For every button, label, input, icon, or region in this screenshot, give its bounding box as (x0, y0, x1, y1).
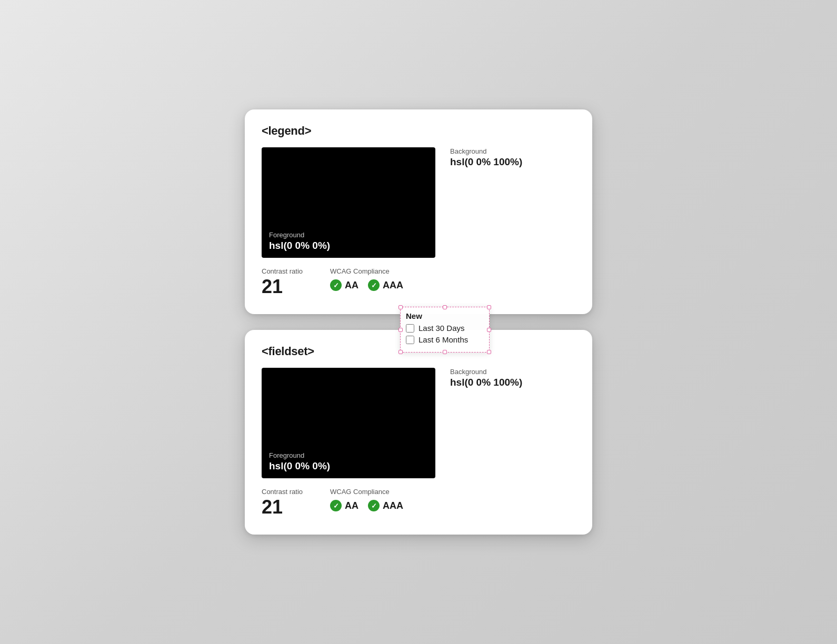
handle-br (487, 350, 491, 354)
legend-wcag-aaa-badge: AAA (368, 279, 403, 291)
legend-contrast-section: Contrast ratio 21 (262, 267, 330, 297)
overlay-item-2-label: Last 6 Months (418, 335, 468, 344)
legend-wcag-section: WCAG Compliance AA AAA (330, 267, 403, 291)
fieldset-bg-value: hsl(0 0% 100%) (450, 377, 522, 388)
fieldset-wcag-label: WCAG Compliance (330, 488, 403, 496)
fieldset-card: <fieldset> Foreground hsl(0 0% 0%) Backg… (245, 330, 592, 535)
fieldset-fg-overlay: Foreground hsl(0 0% 0%) (269, 451, 330, 472)
overlay-legend-label: New (406, 311, 482, 320)
fieldset-contrast-value: 21 (262, 497, 330, 518)
handle-bl (398, 350, 403, 354)
fieldset-card-preview-row: Foreground hsl(0 0% 0%) Background hsl(0… (262, 368, 575, 478)
legend-card: <legend> Foreground hsl(0 0% 0%) Backgro… (245, 109, 592, 314)
fieldset-bg-section: Background hsl(0 0% 100%) (435, 368, 522, 394)
fieldset-aaa-check-icon (368, 500, 380, 511)
fieldset-aa-label: AA (345, 500, 358, 511)
handle-mr (487, 328, 491, 332)
legend-wcag-badges: AA AAA (330, 279, 403, 291)
legend-fg-overlay: Foreground hsl(0 0% 0%) (269, 231, 330, 251)
legend-card-title: <legend> (262, 124, 575, 138)
legend-contrast-label: Contrast ratio (262, 267, 330, 275)
fieldset-wcag-aaa-badge: AAA (368, 500, 403, 511)
fieldset-contrast-label: Contrast ratio (262, 488, 330, 496)
fieldset-bg-label: Background (450, 368, 522, 376)
legend-card-preview-row: Foreground hsl(0 0% 0%) Background hsl(0… (262, 147, 575, 258)
overlay-item-2[interactable]: Last 6 Months (406, 335, 482, 344)
legend-aa-check-icon (330, 279, 342, 291)
fieldset-contrast-section: Contrast ratio 21 (262, 488, 330, 518)
legend-aa-label: AA (345, 280, 358, 291)
legend-wcag-aa-badge: AA (330, 279, 358, 291)
fieldset-wcag-section: WCAG Compliance AA AAA (330, 488, 403, 511)
overlay-checkbox-1[interactable] (406, 324, 414, 333)
legend-bg-section: Background hsl(0 0% 100%) (435, 147, 522, 173)
legend-preview-section: Foreground hsl(0 0% 0%) (262, 147, 435, 258)
legend-metrics-row: Contrast ratio 21 WCAG Compliance AA AAA (262, 267, 575, 297)
fieldset-metrics-row: Contrast ratio 21 WCAG Compliance AA AAA (262, 488, 575, 518)
legend-fg-label: Foreground (269, 231, 330, 239)
legend-wcag-label: WCAG Compliance (330, 267, 403, 275)
floating-overlay: New Last 30 Days Last 6 Months (400, 307, 490, 353)
fieldset-wcag-badges: AA AAA (330, 500, 403, 511)
overlay-item-1-label: Last 30 Days (418, 324, 465, 333)
fieldset-preview-section: Foreground hsl(0 0% 0%) (262, 368, 435, 478)
handle-tm (443, 305, 447, 309)
fieldset-wcag-aa-badge: AA (330, 500, 358, 511)
legend-bg-value: hsl(0 0% 100%) (450, 156, 522, 168)
legend-aaa-label: AAA (383, 280, 403, 291)
handle-tl (398, 305, 403, 309)
handle-tr (487, 305, 491, 309)
legend-bg-label: Background (450, 147, 522, 155)
fieldset-aaa-label: AAA (383, 500, 403, 511)
handle-bm (443, 350, 447, 354)
fieldset-fg-label: Foreground (269, 451, 330, 459)
handle-ml (398, 328, 403, 332)
cards-container: <legend> Foreground hsl(0 0% 0%) Backgro… (245, 109, 592, 534)
fieldset-fg-value: hsl(0 0% 0%) (269, 460, 330, 472)
legend-contrast-value: 21 (262, 276, 330, 297)
legend-fg-value: hsl(0 0% 0%) (269, 240, 330, 251)
fieldset-color-preview: Foreground hsl(0 0% 0%) (262, 368, 435, 478)
overlay-checkbox-2[interactable] (406, 336, 414, 344)
overlay-item-1[interactable]: Last 30 Days (406, 324, 482, 333)
selection-box: New Last 30 Days Last 6 Months (400, 307, 490, 353)
legend-color-preview: Foreground hsl(0 0% 0%) (262, 147, 435, 258)
fieldset-aa-check-icon (330, 500, 342, 511)
legend-aaa-check-icon (368, 279, 380, 291)
